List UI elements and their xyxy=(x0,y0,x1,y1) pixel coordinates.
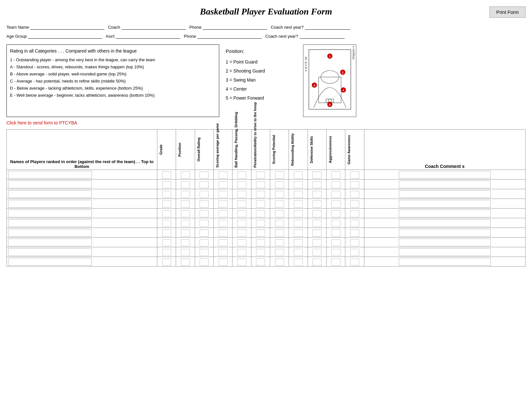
cell-input-9[interactable] xyxy=(331,239,340,246)
coach-comment-input[interactable] xyxy=(399,239,491,246)
cell-input-8[interactable] xyxy=(312,181,321,188)
coach-comment-input[interactable] xyxy=(399,171,491,179)
cell-input-6[interactable] xyxy=(275,230,284,237)
cell-input-0[interactable] xyxy=(162,249,171,256)
cell-input-3[interactable] xyxy=(219,249,228,256)
team-name-input[interactable] xyxy=(30,23,104,30)
cell-input-9[interactable] xyxy=(331,181,340,188)
coach-comment-input[interactable] xyxy=(399,181,491,188)
cell-input-3[interactable] xyxy=(219,230,228,237)
cell-input-10[interactable] xyxy=(350,171,359,179)
cell-input-10[interactable] xyxy=(350,181,359,188)
cell-input-1[interactable] xyxy=(181,201,190,208)
cell-input-9[interactable] xyxy=(331,191,340,198)
cell-input-10[interactable] xyxy=(350,259,359,266)
cell-input-5[interactable] xyxy=(256,171,265,179)
player-name-input[interactable] xyxy=(8,229,92,237)
cell-input-2[interactable] xyxy=(200,230,209,237)
cell-input-8[interactable] xyxy=(312,239,321,246)
player-name-input[interactable] xyxy=(8,210,92,217)
cell-input-6[interactable] xyxy=(275,220,284,227)
player-name-input[interactable] xyxy=(8,200,92,208)
cell-input-1[interactable] xyxy=(181,230,190,237)
cell-input-4[interactable] xyxy=(237,201,246,208)
cell-input-8[interactable] xyxy=(312,259,321,266)
coach-comment-input[interactable] xyxy=(399,200,491,208)
cell-input-3[interactable] xyxy=(219,210,228,217)
coach-comment-input[interactable] xyxy=(399,219,491,227)
cell-input-2[interactable] xyxy=(200,210,209,217)
cell-input-6[interactable] xyxy=(275,191,284,198)
player-name-input[interactable] xyxy=(8,171,92,179)
coach-comment-input[interactable] xyxy=(399,248,491,256)
cell-input-1[interactable] xyxy=(181,191,190,198)
cell-input-2[interactable] xyxy=(200,259,209,266)
cell-input-7[interactable] xyxy=(294,259,303,266)
cell-input-4[interactable] xyxy=(237,259,246,266)
cell-input-7[interactable] xyxy=(294,230,303,237)
cell-input-0[interactable] xyxy=(162,220,171,227)
cell-input-3[interactable] xyxy=(219,171,228,179)
cell-input-0[interactable] xyxy=(162,239,171,246)
cell-input-10[interactable] xyxy=(350,191,359,198)
cell-input-6[interactable] xyxy=(275,171,284,179)
cell-input-6[interactable] xyxy=(275,181,284,188)
coach-next-year-input-2[interactable] xyxy=(300,32,345,39)
print-button[interactable]: Print Form xyxy=(489,6,526,18)
cell-input-10[interactable] xyxy=(350,220,359,227)
cell-input-8[interactable] xyxy=(312,191,321,198)
cell-input-5[interactable] xyxy=(256,230,265,237)
cell-input-4[interactable] xyxy=(237,181,246,188)
cell-input-3[interactable] xyxy=(219,259,228,266)
cell-input-2[interactable] xyxy=(200,239,209,246)
coach-next-year-input-1[interactable] xyxy=(305,23,350,30)
cell-input-0[interactable] xyxy=(162,171,171,179)
cell-input-1[interactable] xyxy=(181,239,190,246)
cell-input-4[interactable] xyxy=(237,239,246,246)
player-name-input[interactable] xyxy=(8,239,92,246)
cell-input-0[interactable] xyxy=(162,259,171,266)
cell-input-5[interactable] xyxy=(256,191,265,198)
cell-input-5[interactable] xyxy=(256,259,265,266)
coach-comment-input[interactable] xyxy=(399,258,491,266)
cell-input-9[interactable] xyxy=(331,210,340,217)
player-name-input[interactable] xyxy=(8,190,92,198)
cell-input-1[interactable] xyxy=(181,181,190,188)
cell-input-10[interactable] xyxy=(350,249,359,256)
cell-input-3[interactable] xyxy=(219,201,228,208)
cell-input-9[interactable] xyxy=(331,249,340,256)
cell-input-2[interactable] xyxy=(200,201,209,208)
cell-input-3[interactable] xyxy=(219,239,228,246)
cell-input-0[interactable] xyxy=(162,191,171,198)
asst-input[interactable] xyxy=(116,32,180,39)
cell-input-1[interactable] xyxy=(181,220,190,227)
cell-input-1[interactable] xyxy=(181,249,190,256)
cell-input-2[interactable] xyxy=(200,191,209,198)
cell-input-4[interactable] xyxy=(237,249,246,256)
cell-input-5[interactable] xyxy=(256,181,265,188)
cell-input-8[interactable] xyxy=(312,249,321,256)
cell-input-9[interactable] xyxy=(331,171,340,179)
cell-input-10[interactable] xyxy=(350,201,359,208)
cell-input-8[interactable] xyxy=(312,210,321,217)
cell-input-2[interactable] xyxy=(200,249,209,256)
coach-input[interactable] xyxy=(122,23,186,30)
cell-input-2[interactable] xyxy=(200,171,209,179)
cell-input-9[interactable] xyxy=(331,230,340,237)
cell-input-10[interactable] xyxy=(350,210,359,217)
cell-input-4[interactable] xyxy=(237,210,246,217)
cell-input-7[interactable] xyxy=(294,249,303,256)
cell-input-6[interactable] xyxy=(275,249,284,256)
cell-input-7[interactable] xyxy=(294,210,303,217)
cell-input-5[interactable] xyxy=(256,249,265,256)
cell-input-2[interactable] xyxy=(200,220,209,227)
cell-input-9[interactable] xyxy=(331,259,340,266)
cell-input-4[interactable] xyxy=(237,220,246,227)
player-name-input[interactable] xyxy=(8,219,92,227)
cell-input-2[interactable] xyxy=(200,181,209,188)
cell-input-6[interactable] xyxy=(275,210,284,217)
phone-input-2[interactable] xyxy=(197,32,262,39)
cell-input-8[interactable] xyxy=(312,201,321,208)
cell-input-9[interactable] xyxy=(331,220,340,227)
cell-input-10[interactable] xyxy=(350,239,359,246)
